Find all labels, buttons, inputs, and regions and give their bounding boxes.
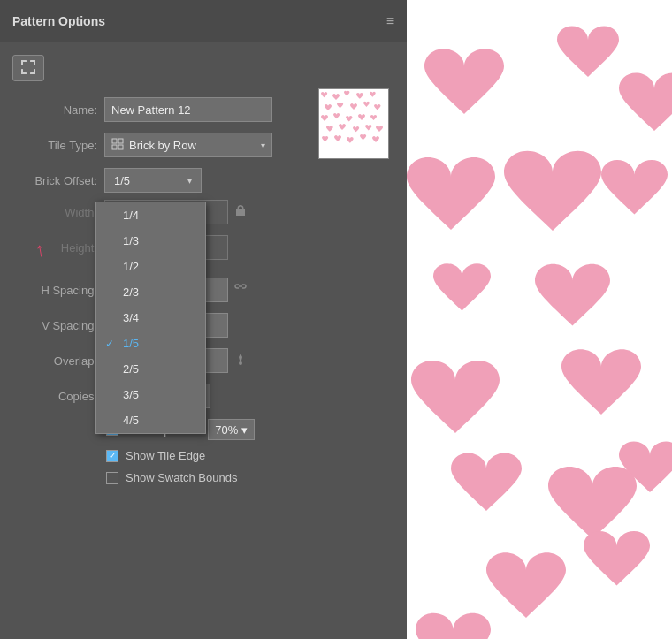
svg-point-14 [239, 361, 242, 365]
show-tile-edge-checkbox[interactable]: ✓ [106, 450, 118, 462]
dropdown-item-2-5[interactable]: 2/5 [96, 356, 205, 382]
dropdown-item-1-3[interactable]: 1/3 [96, 228, 205, 254]
check-mark-icon: ✓ [105, 338, 114, 350]
brick-offset-select[interactable]: 1/5 ▾ [104, 168, 202, 193]
h-spacing-link-icon [233, 281, 248, 299]
brick-offset-arrow: ▾ [187, 176, 192, 186]
svg-rect-1 [21, 60, 23, 65]
svg-rect-3 [34, 60, 35, 65]
dropdown-item-3-5[interactable]: 3/5 [96, 382, 205, 407]
tile-preview [318, 88, 389, 159]
overlap-label: Overlap: [9, 354, 97, 368]
name-label: Name: [9, 103, 97, 117]
show-swatch-bounds-label: Show Swatch Bounds [126, 471, 237, 484]
height-label: Height: [9, 241, 97, 255]
dropdown-item-4-5[interactable]: 4/5 [96, 407, 205, 433]
show-swatch-bounds-checkbox[interactable] [106, 472, 118, 484]
tile-type-text: Brick by Row [129, 139, 261, 152]
svg-rect-9 [118, 139, 123, 143]
svg-rect-5 [21, 69, 23, 74]
svg-rect-10 [112, 145, 117, 149]
dropdown-item-3-4[interactable]: 3/4 [96, 305, 205, 331]
brick-offset-value: 1/5 [114, 174, 187, 187]
show-tile-edge-row: ✓ Show Tile Edge [9, 449, 398, 462]
brick-offset-dropdown: 1/4 1/3 1/2 2/3 3/4 ✓ 1/5 [95, 202, 206, 434]
fit-to-view-button[interactable] [12, 55, 44, 81]
icon-button-row [9, 55, 398, 81]
panel-title: Pattern Options [12, 14, 105, 28]
tile-type-icon [111, 138, 124, 153]
tile-type-select[interactable]: Brick by Row ▾ [104, 133, 272, 157]
svg-rect-12 [319, 89, 388, 158]
dropdown-item-1-5[interactable]: ✓ 1/5 [96, 331, 205, 356]
tile-type-arrow: ▾ [261, 141, 265, 150]
dim-copies-value: 70% [215, 423, 238, 437]
dropdown-item-2-3[interactable]: 2/3 [96, 279, 205, 305]
overlap-paint-icon [233, 352, 248, 369]
svg-rect-8 [112, 139, 117, 143]
fit-icon [20, 59, 36, 78]
copies-label: Copies: [9, 390, 97, 403]
h-spacing-label: H Spacing: [9, 284, 97, 297]
dropdown-item-1-2[interactable]: 1/2 [96, 254, 205, 279]
svg-rect-7 [34, 69, 35, 74]
name-input[interactable] [104, 97, 272, 122]
show-tile-edge-check-icon: ✓ [109, 451, 116, 460]
lock-icon [233, 203, 248, 221]
panel-header: Pattern Options ≡ [0, 0, 407, 42]
left-panel: Pattern Options ≡ [0, 0, 407, 639]
svg-rect-11 [118, 145, 123, 149]
dim-copies-select[interactable]: 70% ▾ [208, 419, 255, 440]
dim-copies-select-arrow: ▾ [241, 423, 248, 437]
panel-body: Name: Tile Type: Brick by Row [0, 42, 407, 506]
panel-menu-icon[interactable]: ≡ [386, 13, 394, 29]
brick-offset-row: Brick Offset: 1/5 ▾ [9, 168, 398, 193]
dropdown-item-1-4[interactable]: 1/4 [96, 202, 205, 228]
show-swatch-bounds-row: Show Swatch Bounds [9, 471, 398, 484]
brick-offset-label: Brick Offset: [9, 174, 97, 187]
hearts-preview [407, 0, 672, 639]
right-panel [407, 0, 672, 639]
width-label: Width: [9, 206, 97, 219]
v-spacing-label: V Spacing: [9, 319, 97, 332]
tile-type-label: Tile Type: [9, 139, 97, 152]
tile-type-row: Tile Type: Brick by Row ▾ [9, 133, 398, 157]
show-tile-edge-label: Show Tile Edge [126, 449, 205, 462]
